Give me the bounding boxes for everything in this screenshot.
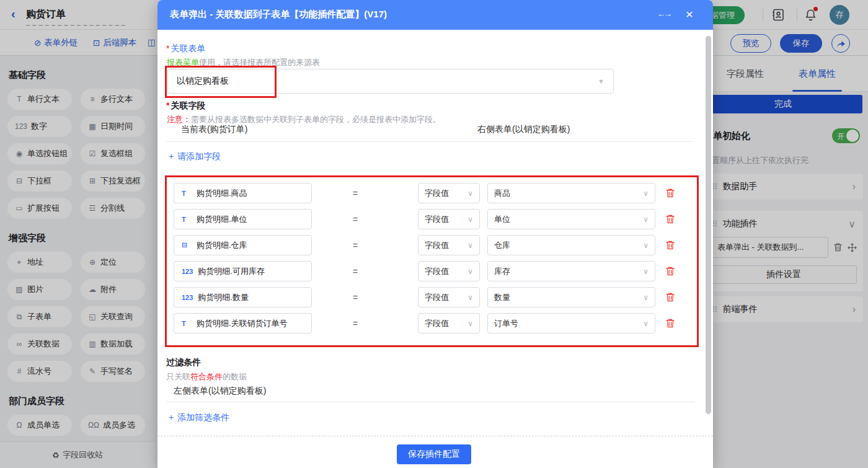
current-table-field[interactable]: 123 购货明细.可用库存 xyxy=(174,261,312,281)
chevron-down-icon: ∨ xyxy=(467,293,473,302)
chevron-down-icon: ∨ xyxy=(467,319,473,328)
value-type-select[interactable]: 字段值 ∨ xyxy=(418,313,480,333)
related-fields-label: *关联字段 xyxy=(166,100,205,112)
required-asterisk: * xyxy=(166,100,169,110)
modal-header: 表单弹出 - 关联数据到子表单【功能插件配置】(V17) ←→ × xyxy=(157,0,713,30)
close-icon[interactable]: × xyxy=(686,7,693,22)
chevron-down-icon: ∨ xyxy=(643,293,649,302)
field-mapping-row: ⊟ 购货明细.仓库 = 字段值 ∨ 仓库 ∨ xyxy=(174,235,675,255)
plus-icon: + xyxy=(169,151,174,162)
right-table-field-select[interactable]: 单位 ∨ xyxy=(487,209,655,229)
field-type-icon: T xyxy=(182,320,192,327)
expand-icon[interactable]: ←→ xyxy=(657,9,671,19)
field-mapping-row: 123 购货明细.数量 = 字段值 ∨ 数量 ∨ xyxy=(174,287,675,307)
delete-row-icon[interactable] xyxy=(665,318,675,329)
column-header-right: 右侧表单(以销定购看板) xyxy=(477,124,570,135)
add-filter-link[interactable]: + 添加筛选条件 xyxy=(169,412,229,423)
modal-scrollbar[interactable] xyxy=(706,36,711,414)
value-type-select[interactable]: 字段值 ∨ xyxy=(418,235,480,255)
field-type-icon: 123 xyxy=(182,294,193,301)
field-mapping-rows: T 购货明细.商品 = 字段值 ∨ 商品 ∨ T 购货明细.单位 = 字段值 ∨… xyxy=(174,183,675,339)
equals-operator: = xyxy=(350,214,360,224)
right-table-field-select[interactable]: 订单号 ∨ xyxy=(487,313,655,333)
modal-body: *关联表单 报表菜单使用，请选择报表所配置的来源表 以销定购看板 ▼ *关联字段… xyxy=(157,30,713,436)
filter-title: 过滤条件 xyxy=(166,357,201,368)
equals-operator: = xyxy=(350,293,360,302)
equals-operator: = xyxy=(350,241,360,250)
related-form-label: *关联表单 xyxy=(166,43,205,55)
source-table-select[interactable]: 以销定购看板 ▼ xyxy=(167,69,614,94)
delete-row-icon[interactable] xyxy=(665,214,675,224)
equals-operator: = xyxy=(350,319,360,329)
field-mapping-row: T 购货明细.商品 = 字段值 ∨ 商品 ∨ xyxy=(174,183,675,203)
field-type-icon: T xyxy=(182,190,192,197)
right-table-field-select[interactable]: 商品 ∨ xyxy=(487,183,655,203)
modal-footer: 保存插件配置 xyxy=(157,436,713,468)
current-table-field[interactable]: ⊟ 购货明细.仓库 xyxy=(174,235,312,255)
field-type-icon: ⊟ xyxy=(182,241,192,249)
delete-row-icon[interactable] xyxy=(665,240,675,250)
right-table-field-select[interactable]: 数量 ∨ xyxy=(487,287,655,307)
plus-icon: + xyxy=(169,412,174,423)
chevron-down-icon: ∨ xyxy=(467,241,473,250)
current-table-field[interactable]: 123 购货明细.数量 xyxy=(174,287,312,307)
field-mapping-row: T 购货明细.单位 = 字段值 ∨ 单位 ∨ xyxy=(174,209,675,229)
equals-operator: = xyxy=(350,267,360,276)
modal-title: 表单弹出 - 关联数据到子表单【功能插件配置】(V17) xyxy=(170,9,387,20)
plugin-config-modal: 表单弹出 - 关联数据到子表单【功能插件配置】(V17) ←→ × *关联表单 … xyxy=(157,0,713,468)
chevron-down-icon: ∨ xyxy=(643,241,649,250)
delete-row-icon[interactable] xyxy=(665,292,675,302)
chevron-down-icon: ∨ xyxy=(467,215,473,224)
related-form-hint: 报表菜单使用，请选择报表所配置的来源表 xyxy=(167,57,320,68)
filter-hint: 只关联符合条件的数据 xyxy=(166,371,247,382)
save-plugin-config-button[interactable]: 保存插件配置 xyxy=(397,444,471,464)
chevron-down-icon: ∨ xyxy=(643,215,649,224)
required-asterisk: * xyxy=(166,43,169,53)
divider xyxy=(166,141,694,142)
delete-row-icon[interactable] xyxy=(665,188,675,198)
current-table-field[interactable]: T 购货明细.商品 xyxy=(174,183,312,203)
chevron-down-icon: ∨ xyxy=(467,189,473,198)
right-table-field-select[interactable]: 库存 ∨ xyxy=(487,261,655,281)
add-field-link[interactable]: + 请添加字段 xyxy=(169,151,221,162)
chevron-down-icon: ∨ xyxy=(467,267,473,276)
right-table-field-select[interactable]: 仓库 ∨ xyxy=(487,235,655,255)
field-mapping-row: 123 购货明细.可用库存 = 字段值 ∨ 库存 ∨ xyxy=(174,261,675,281)
chevron-down-icon: ∨ xyxy=(643,319,649,328)
field-mapping-row: T 购货明细.关联销货订单号 = 字段值 ∨ 订单号 ∨ xyxy=(174,313,675,333)
field-type-icon: T xyxy=(182,216,192,223)
value-type-select[interactable]: 字段值 ∨ xyxy=(418,209,480,229)
current-table-field[interactable]: T 购货明细.关联销货订单号 xyxy=(174,313,312,333)
current-table-field[interactable]: T 购货明细.单位 xyxy=(174,209,312,229)
value-type-select[interactable]: 字段值 ∨ xyxy=(418,183,480,203)
chevron-down-icon: ∨ xyxy=(643,267,649,276)
value-type-select[interactable]: 字段值 ∨ xyxy=(418,261,480,281)
delete-row-icon[interactable] xyxy=(665,266,675,276)
equals-operator: = xyxy=(350,188,360,198)
divider xyxy=(166,402,694,402)
field-type-icon: 123 xyxy=(182,268,193,275)
filter-scope-label: 左侧表单(以销定购看板) xyxy=(174,386,266,397)
column-header-left: 当前表(购货订单) xyxy=(181,124,247,135)
dropdown-caret-icon: ▼ xyxy=(598,77,604,85)
value-type-select[interactable]: 字段值 ∨ xyxy=(418,287,480,307)
chevron-down-icon: ∨ xyxy=(643,189,649,198)
